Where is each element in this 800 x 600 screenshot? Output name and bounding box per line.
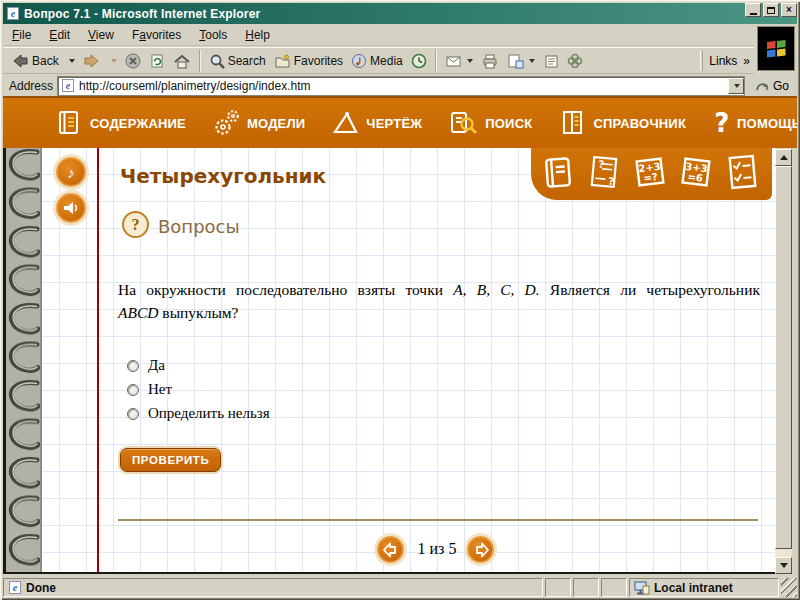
svg-text:e: e bbox=[66, 80, 71, 91]
results-checklist-button[interactable] bbox=[724, 151, 760, 193]
maximize-button[interactable] bbox=[763, 3, 779, 17]
chevron-down-icon bbox=[69, 59, 75, 63]
nav-item-drawing[interactable]: ЧЕРТЁЖ bbox=[331, 108, 422, 138]
svg-text:=?: =? bbox=[643, 171, 659, 184]
option-label: Да bbox=[148, 357, 165, 374]
svg-text:?: ? bbox=[608, 175, 615, 186]
intranet-zone-icon bbox=[634, 581, 650, 595]
history-button[interactable] bbox=[407, 49, 431, 73]
page-ie-icon: e bbox=[61, 78, 75, 93]
media-button[interactable]: Media bbox=[347, 49, 407, 73]
favorites-button[interactable]: Favorites bbox=[270, 49, 347, 73]
menu-file[interactable]: File bbox=[3, 28, 40, 42]
music-button[interactable]: ♪ bbox=[56, 157, 86, 187]
stop-icon bbox=[125, 53, 141, 69]
theory-book-button[interactable] bbox=[540, 151, 576, 193]
windows-flag-icon bbox=[764, 37, 788, 61]
vertical-scrollbar[interactable] bbox=[775, 149, 792, 574]
title-bar[interactable]: e Вопрос 7.1 - Microsoft Internet Explor… bbox=[3, 3, 797, 24]
history-clock-icon bbox=[411, 53, 427, 69]
close-button[interactable]: × bbox=[781, 3, 797, 17]
edit-page-icon bbox=[507, 53, 524, 69]
scrollbar-thumb[interactable] bbox=[775, 166, 792, 549]
questions-sheet-button[interactable]: ?? bbox=[586, 151, 622, 193]
nav-item-help[interactable]: ? ПОМОЩЬ bbox=[712, 108, 797, 138]
nav-item-reference[interactable]: СПРАВОЧНИК bbox=[558, 108, 686, 138]
go-button[interactable]: Go bbox=[749, 76, 795, 96]
prev-question-button[interactable] bbox=[377, 536, 404, 563]
menu-help[interactable]: Help bbox=[236, 28, 279, 42]
question-text: На окружности последовательно взяты точк… bbox=[118, 278, 760, 324]
answer-option-row: Да bbox=[127, 357, 165, 374]
links-label[interactable]: Links bbox=[709, 54, 737, 68]
scroll-up-button[interactable] bbox=[775, 149, 792, 166]
radio-option-cannot-determine[interactable] bbox=[127, 408, 139, 420]
menu-edit[interactable]: Edit bbox=[40, 28, 79, 42]
speaker-button[interactable] bbox=[56, 193, 86, 223]
window-title: Вопрос 7.1 - Microsoft Internet Explorer bbox=[24, 7, 260, 21]
stop-button[interactable] bbox=[121, 49, 145, 73]
menu-favorites[interactable]: Favorites bbox=[123, 28, 190, 42]
nav-item-contents[interactable]: СОДЕРЖАНИЕ bbox=[55, 108, 186, 138]
status-pane-empty bbox=[601, 578, 627, 597]
svg-text:?: ? bbox=[598, 159, 605, 170]
minimize-button[interactable] bbox=[745, 3, 761, 17]
answer-option-row: Нет bbox=[127, 381, 172, 398]
resize-grip[interactable] bbox=[781, 578, 797, 597]
home-button[interactable] bbox=[169, 49, 195, 73]
refresh-icon bbox=[149, 53, 165, 69]
toolbar: Back Search Favorites Media bbox=[3, 47, 754, 74]
search-book-icon bbox=[448, 108, 480, 138]
music-note-icon: ♪ bbox=[67, 164, 75, 181]
links-handle[interactable] bbox=[700, 51, 703, 71]
menu-tools[interactable]: Tools bbox=[190, 28, 236, 42]
mail-button[interactable] bbox=[441, 49, 477, 73]
gears-icon bbox=[212, 108, 242, 138]
zone-label: Local intranet bbox=[654, 581, 733, 595]
radio-option-no[interactable] bbox=[127, 384, 139, 396]
arrow-down-icon bbox=[780, 563, 788, 568]
check-answer-button[interactable]: ПРОВЕРИТЬ bbox=[120, 448, 221, 472]
security-zone-pane: Local intranet bbox=[629, 578, 779, 597]
address-dropdown-button[interactable] bbox=[728, 78, 744, 94]
print-button[interactable] bbox=[477, 49, 503, 73]
svg-text:e: e bbox=[11, 8, 16, 19]
page-title: Четырехугольник bbox=[120, 164, 326, 188]
option-label: Нет bbox=[148, 381, 172, 398]
print-icon bbox=[481, 53, 499, 69]
answer-option-row: Определить нельзя bbox=[127, 405, 270, 422]
svg-text:?: ? bbox=[714, 108, 729, 138]
chevron-down-icon bbox=[111, 59, 117, 63]
next-question-button[interactable] bbox=[467, 536, 494, 563]
forward-button[interactable] bbox=[79, 49, 105, 73]
quick-icons-tab: ?? 2+3=? 3+3=6 bbox=[531, 148, 772, 200]
edit-button[interactable] bbox=[503, 49, 539, 73]
option-label: Определить нельзя bbox=[148, 405, 270, 422]
search-button[interactable]: Search bbox=[205, 49, 270, 73]
messenger-flower-icon bbox=[567, 53, 583, 69]
back-button[interactable]: Back bbox=[7, 49, 63, 73]
scroll-down-button[interactable] bbox=[775, 557, 792, 574]
status-pane-empty bbox=[573, 578, 599, 597]
nav-item-search[interactable]: ПОИСК bbox=[448, 108, 532, 138]
messenger-button[interactable] bbox=[563, 49, 587, 73]
address-input[interactable] bbox=[79, 79, 724, 93]
links-chevron-icon[interactable]: » bbox=[743, 54, 750, 68]
back-dropdown[interactable] bbox=[63, 49, 79, 73]
contents-book-icon bbox=[55, 108, 85, 138]
book-icon bbox=[541, 152, 576, 192]
solved-card-button[interactable]: 3+3=6 bbox=[678, 151, 714, 193]
media-icon bbox=[351, 53, 367, 69]
status-bar: e Done Local intranet bbox=[3, 576, 797, 597]
browser-window: e Вопрос 7.1 - Microsoft Internet Explor… bbox=[0, 0, 800, 600]
discuss-button[interactable] bbox=[539, 49, 563, 73]
forward-dropdown[interactable] bbox=[105, 49, 121, 73]
exercise-card-icon: 2+3=? bbox=[631, 151, 669, 193]
refresh-button[interactable] bbox=[145, 49, 169, 73]
separator-line bbox=[118, 519, 758, 521]
menu-view[interactable]: View bbox=[79, 28, 123, 42]
radio-option-yes[interactable] bbox=[127, 360, 139, 372]
exercise-card-button[interactable]: 2+3=? bbox=[632, 151, 668, 193]
nav-item-models[interactable]: МОДЕЛИ bbox=[212, 108, 305, 138]
favorites-folder-icon bbox=[274, 53, 291, 69]
